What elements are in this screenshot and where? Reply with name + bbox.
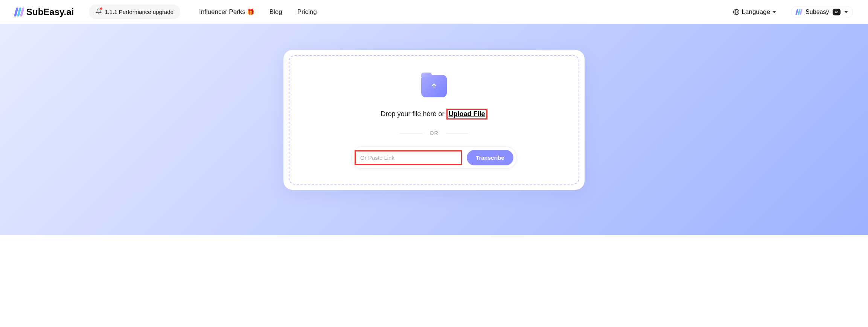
drop-text: Drop your file here or Upload File <box>381 109 487 120</box>
globe-icon <box>733 9 740 15</box>
transcribe-button[interactable]: Transcribe <box>467 150 513 165</box>
folder-upload-icon <box>421 75 447 97</box>
hero-section: Drop your file here or Upload File OR Tr… <box>0 24 868 235</box>
link-input-row: Transcribe <box>351 147 517 169</box>
announcement-pill[interactable]: 1.1.1 Performance upgrade <box>89 5 180 19</box>
link-input-highlight <box>355 150 462 165</box>
infinity-badge: ∞ <box>833 9 841 15</box>
upload-file-highlight: Upload File <box>446 109 487 120</box>
upload-file-link[interactable]: Upload File <box>449 110 485 118</box>
divider: OR <box>400 130 468 136</box>
user-menu[interactable]: Subeasy ∞ <box>791 6 853 18</box>
or-text: OR <box>430 130 439 136</box>
chevron-down-icon <box>772 11 776 13</box>
nav-blog[interactable]: Blog <box>270 8 282 16</box>
upload-dropzone[interactable]: Drop your file here or Upload File OR Tr… <box>289 55 579 185</box>
nav-pricing[interactable]: Pricing <box>297 8 317 16</box>
brand-name: SubEasy.ai <box>26 7 74 17</box>
chevron-down-icon <box>844 11 848 13</box>
logo-icon <box>15 8 23 17</box>
nav-influencer[interactable]: Influencer Perks🎁 <box>199 8 254 16</box>
user-name: Subeasy <box>806 9 829 15</box>
paste-link-input[interactable] <box>356 151 461 164</box>
upload-card: Drop your file here or Upload File OR Tr… <box>283 50 585 190</box>
gift-icon: 🎁 <box>247 8 254 15</box>
announcement-text: 1.1.1 Performance upgrade <box>105 9 174 15</box>
header: SubEasy.ai 1.1.1 Performance upgrade Inf… <box>0 0 868 24</box>
bell-icon <box>96 8 102 15</box>
language-label: Language <box>742 8 771 16</box>
brand-logo[interactable]: SubEasy.ai <box>15 7 74 17</box>
nav-links: Influencer Perks🎁 Blog Pricing <box>199 8 317 16</box>
language-selector[interactable]: Language <box>733 8 777 16</box>
user-logo-icon <box>796 9 802 15</box>
